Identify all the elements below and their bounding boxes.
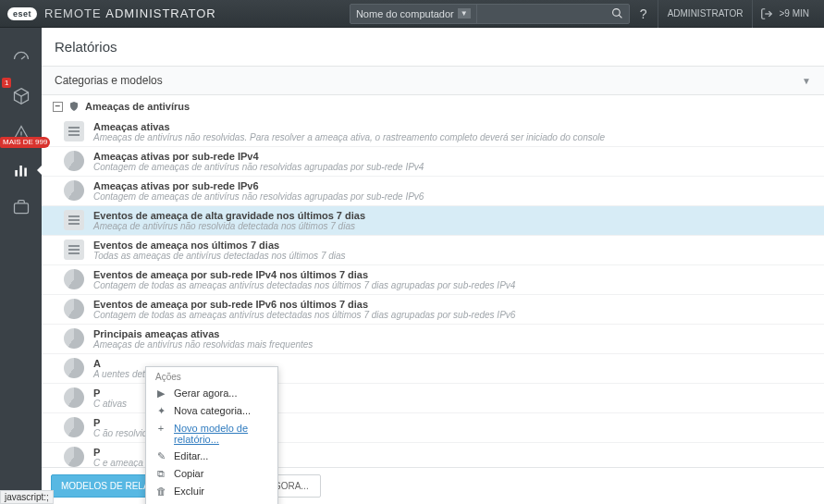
report-title: Ameaças ativas por sub-rede IPv6	[93, 180, 424, 191]
menu-item-label: Excluir	[174, 486, 204, 497]
brand-logo: eset	[7, 7, 37, 20]
menu-item-icon: +	[155, 423, 166, 434]
search-icon	[611, 7, 623, 19]
nav-reports[interactable]	[0, 152, 42, 189]
pie-chart-icon	[64, 299, 84, 319]
chart-icon	[12, 161, 31, 179]
report-description: Ameaças de antivírus não resolvidas mais…	[93, 339, 313, 350]
report-description: Ameaça de antivírus não resolvida detect…	[93, 221, 365, 231]
report-row[interactable]: Ameaças ativas por sub-rede IPv6Contagem…	[42, 177, 824, 206]
chevron-down-icon: ▼	[458, 8, 471, 18]
svg-rect-5	[15, 170, 18, 177]
report-row[interactable]: Principais ameaças ativasAmeaças de anti…	[42, 325, 824, 354]
menu-item-label: Gerar agora...	[174, 387, 237, 399]
pie-chart-icon	[64, 447, 84, 467]
logout-button[interactable]: >9 MIN	[752, 0, 817, 28]
search-box[interactable]: Nome do computador ▼	[350, 4, 630, 24]
context-menu-item[interactable]: 🗑Excluir	[146, 483, 277, 499]
report-title: Eventos de ameaça nos últimos 7 dias	[93, 240, 346, 251]
report-title: Eventos de ameaça por sub-rede IPv4 nos …	[93, 269, 515, 280]
list-icon	[64, 240, 84, 260]
report-description: Contagem de todas as ameaças antivírus d…	[93, 280, 515, 290]
list-icon	[64, 210, 84, 230]
pie-chart-icon	[64, 180, 84, 201]
report-title: Ameaças ativas	[93, 121, 605, 132]
user-label: ADMINISTRATOR	[668, 8, 744, 18]
menu-item-label: Copiar	[174, 468, 203, 479]
svg-point-0	[613, 9, 621, 17]
context-menu-item[interactable]: ⧉Copiar	[146, 465, 277, 483]
svg-rect-7	[24, 168, 27, 177]
brand-bold: ADMINISTRATOR	[105, 6, 215, 20]
search-button[interactable]	[607, 4, 629, 24]
nav-badge-big: MAIS DE 999	[0, 137, 50, 148]
menu-item-label: Editar...	[174, 450, 208, 461]
report-description: Ameaças de antivírus não resolvidas. Par…	[93, 132, 605, 142]
svg-rect-8	[14, 203, 28, 214]
nav-dashboard[interactable]	[0, 41, 42, 78]
pie-chart-icon	[64, 269, 84, 289]
context-menu-item[interactable]: +Novo modelo de relatório...	[146, 420, 277, 448]
cube-icon	[12, 87, 31, 105]
report-row[interactable]: Eventos de ameaça nos últimos 7 diasToda…	[42, 236, 824, 265]
list-icon	[64, 121, 84, 141]
top-bar: eset REMOTE ADMINISTRATOR Nome do comput…	[0, 0, 824, 28]
report-description: Contagem de ameaças de antivírus não res…	[93, 191, 424, 202]
report-description: Contagem de ameaças de antivírus não res…	[93, 162, 424, 172]
context-menu-item[interactable]: ✦Nova categoria...	[146, 402, 277, 420]
menu-item-icon: ✦	[155, 405, 166, 417]
report-row[interactable]: Ameaças ativas por sub-rede IPv4Contagem…	[42, 147, 824, 177]
context-menu-item[interactable]: ✎Editar...	[146, 448, 277, 465]
menu-item-icon: 🗑	[155, 486, 166, 497]
menu-item-icon: ▶	[155, 387, 166, 400]
report-row[interactable]: Eventos de ameaça por sub-rede IPv4 nos …	[42, 265, 824, 295]
panel-collapse-toggle[interactable]: ▼	[802, 76, 811, 86]
logout-icon	[760, 7, 773, 20]
panel-header: Categorias e modelos ▼	[42, 67, 824, 95]
context-menu-header: Ações	[146, 367, 277, 385]
gauge-icon	[12, 50, 31, 68]
briefcase-icon	[12, 198, 31, 216]
menu-item-label: Novo modelo de relatório...	[174, 423, 268, 445]
expand-toggle[interactable]: −	[53, 102, 63, 112]
pie-chart-icon	[64, 328, 84, 349]
category-label: Ameaças de antivírus	[85, 101, 190, 112]
pie-chart-icon	[64, 387, 84, 408]
category-row[interactable]: − Ameaças de antivírus	[42, 99, 824, 117]
pie-chart-icon	[64, 151, 84, 171]
pie-chart-icon	[64, 358, 84, 378]
status-bar: javascript:;	[0, 490, 54, 504]
report-row[interactable]: Eventos de ameaça por sub-rede IPv6 nos …	[42, 295, 824, 325]
menu-item-icon: ⧉	[155, 468, 166, 480]
shield-icon	[68, 101, 80, 112]
report-description: Contagem de todas as ameaças antivírus d…	[93, 310, 515, 320]
help-icon: ?	[640, 6, 647, 21]
nav-computers[interactable]: 1	[0, 78, 42, 115]
svg-rect-6	[19, 166, 22, 177]
report-description: C ativas	[93, 399, 127, 409]
report-title: Ameaças ativas por sub-rede IPv4	[93, 151, 424, 162]
brand-light: REMOTE	[44, 6, 105, 20]
panel-title: Categorias e modelos	[55, 74, 163, 87]
context-menu-item[interactable]: ▶Gerar agora...	[146, 385, 277, 402]
search-scope-select[interactable]: Nome do computador ▼	[351, 5, 477, 23]
context-menu-item[interactable]: ⤓Importar...	[146, 499, 277, 504]
report-title: Eventos de ameaça de alta gravidade nos …	[93, 210, 365, 221]
search-input[interactable]	[477, 8, 607, 19]
menu-item-icon: ✎	[155, 450, 166, 462]
nav-admin[interactable]	[0, 189, 42, 226]
report-description: Todas as ameaças de antivírus detectadas…	[93, 251, 346, 261]
report-title: P	[93, 387, 127, 399]
logout-time: >9 MIN	[779, 8, 809, 18]
report-title: Principais ameaças ativas	[93, 328, 313, 339]
user-menu[interactable]: ADMINISTRATOR	[658, 0, 753, 28]
svg-line-1	[619, 15, 621, 18]
report-row[interactable]: Eventos de ameaça de alta gravidade nos …	[42, 206, 824, 236]
report-row[interactable]: Ameaças ativasAmeaças de antivírus não r…	[42, 117, 824, 147]
nav-badge-small: 1	[2, 78, 11, 88]
help-button[interactable]: ?	[630, 6, 658, 21]
menu-item-label: Nova categoria...	[174, 405, 251, 416]
side-nav: 1 MAIS DE 999	[0, 28, 42, 504]
pie-chart-icon	[64, 417, 84, 437]
search-scope-label: Nome do computador	[356, 8, 454, 19]
